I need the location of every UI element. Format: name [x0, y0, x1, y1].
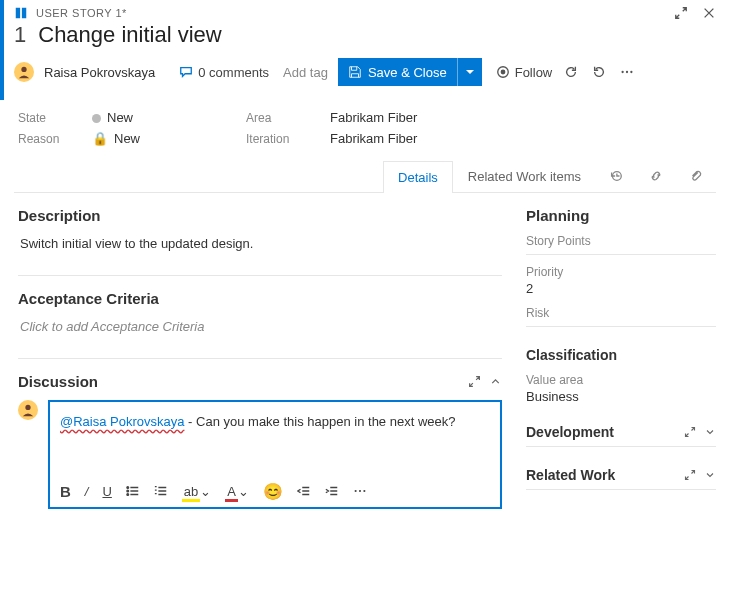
svg-point-9 [25, 405, 30, 410]
svg-point-5 [622, 71, 624, 73]
save-dropdown-caret[interactable] [457, 58, 482, 86]
svg-point-6 [626, 71, 628, 73]
description-body[interactable]: Switch initial view to the updated desig… [18, 234, 502, 269]
svg-point-14 [359, 490, 361, 492]
underline-button[interactable]: U [102, 484, 111, 499]
area-label: Area [246, 111, 316, 125]
related-expand-icon[interactable] [684, 469, 696, 481]
tab-related-work-items[interactable]: Related Work items [453, 160, 596, 192]
risk-label: Risk [526, 306, 716, 320]
iteration-value[interactable]: Fabrikam Fiber [330, 131, 712, 146]
tab-attachments-icon[interactable] [676, 160, 716, 192]
highlight-button[interactable]: ab⌄ [182, 484, 211, 499]
work-item-type-label: USER STORY 1* [36, 7, 127, 19]
related-work-heading: Related Work [526, 467, 615, 483]
revert-icon[interactable] [592, 65, 606, 79]
reason-value[interactable]: 🔒New [92, 131, 232, 146]
tab-details[interactable]: Details [383, 161, 453, 193]
bullet-list-button[interactable] [126, 484, 140, 498]
save-close-button[interactable]: Save & Close [338, 58, 482, 86]
description-heading: Description [18, 207, 502, 224]
story-points-label: Story Points [526, 234, 716, 248]
discussion-expand-icon[interactable] [468, 375, 481, 388]
toolbar-more-button[interactable] [353, 484, 367, 498]
emoji-button[interactable]: 😊 [263, 482, 283, 501]
svg-rect-0 [16, 8, 20, 19]
outdent-button[interactable] [297, 484, 311, 498]
editor-toolbar: B / U ab⌄ A⌄ 😊 [50, 476, 500, 507]
svg-point-2 [21, 67, 26, 72]
italic-button[interactable]: / [85, 484, 89, 499]
area-value[interactable]: Fabrikam Fiber [330, 110, 712, 125]
discussion-text: - Can you make this happen in the next w… [184, 414, 455, 429]
popout-icon[interactable] [674, 6, 688, 20]
reason-label: Reason [18, 132, 78, 146]
related-chevron-icon[interactable] [704, 469, 716, 481]
planning-heading: Planning [526, 207, 716, 224]
value-area-label: Value area [526, 373, 716, 387]
priority-label: Priority [526, 265, 716, 279]
work-item-id: 1 [14, 22, 26, 48]
discussion-editor[interactable]: @Raisa Pokrovskaya - Can you make this h… [48, 400, 502, 509]
more-icon[interactable] [620, 65, 634, 79]
number-list-button[interactable] [154, 484, 168, 498]
svg-point-15 [363, 490, 365, 492]
value-area-value[interactable]: Business [526, 389, 716, 404]
svg-point-10 [127, 487, 129, 489]
discussion-collapse-icon[interactable] [489, 375, 502, 388]
svg-point-13 [355, 490, 357, 492]
acceptance-heading: Acceptance Criteria [18, 290, 502, 307]
indent-button[interactable] [325, 484, 339, 498]
priority-value[interactable]: 2 [526, 281, 716, 296]
development-heading: Development [526, 424, 614, 440]
svg-point-12 [127, 494, 129, 496]
comments-button[interactable]: 0 comments [179, 65, 269, 80]
lock-icon: 🔒 [92, 131, 108, 146]
tab-history-icon[interactable] [596, 160, 636, 192]
acceptance-placeholder[interactable]: Click to add Acceptance Criteria [18, 317, 502, 352]
work-item-type-icon [14, 6, 28, 20]
state-value[interactable]: New [92, 110, 232, 125]
svg-point-11 [127, 490, 129, 492]
svg-point-4 [501, 70, 505, 74]
discussion-heading: Discussion [18, 373, 98, 390]
assignee-avatar[interactable] [14, 62, 34, 82]
state-label: State [18, 111, 78, 125]
svg-rect-1 [22, 8, 26, 19]
classification-heading: Classification [526, 347, 617, 363]
follow-button[interactable]: Follow [496, 65, 553, 80]
comments-count: 0 comments [198, 65, 269, 80]
development-expand-icon[interactable] [684, 426, 696, 438]
refresh-icon[interactable] [564, 65, 578, 79]
comment-author-avatar [18, 400, 38, 420]
development-chevron-icon[interactable] [704, 426, 716, 438]
svg-point-7 [631, 71, 633, 73]
iteration-label: Iteration [246, 132, 316, 146]
font-color-button[interactable]: A⌄ [225, 484, 249, 499]
tab-links-icon[interactable] [636, 160, 676, 192]
assignee-name[interactable]: Raisa Pokrovskaya [44, 65, 155, 80]
close-icon[interactable] [702, 6, 716, 20]
bold-button[interactable]: B [60, 483, 71, 500]
add-tag-button[interactable]: Add tag [283, 65, 328, 80]
mention-link[interactable]: @Raisa Pokrovskaya [60, 414, 184, 429]
work-item-title[interactable]: Change initial view [38, 22, 221, 48]
